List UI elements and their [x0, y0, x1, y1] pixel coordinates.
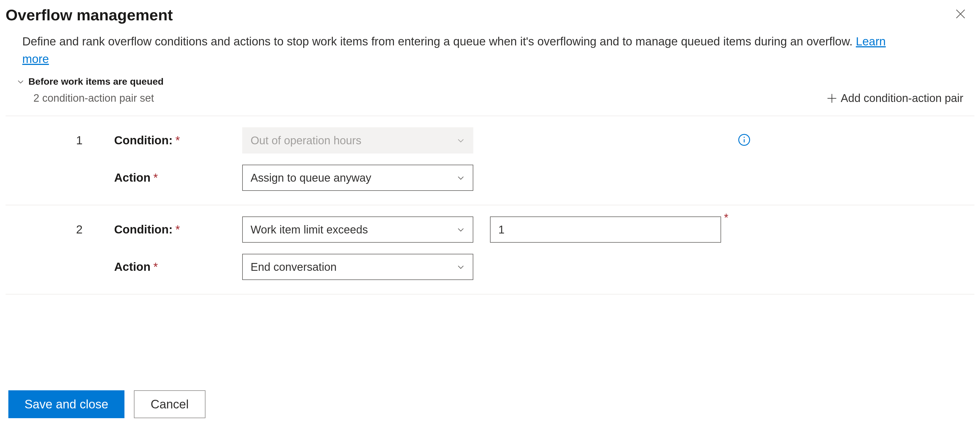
condition-value: Out of operation hours: [251, 134, 361, 147]
info-icon[interactable]: [738, 133, 751, 146]
action-row: Action* End conversation: [6, 254, 974, 294]
page-title: Overflow management: [6, 6, 173, 24]
section-title: Before work items are queued: [29, 76, 164, 87]
condition-value: Work item limit exceeds: [251, 224, 368, 236]
chevron-down-icon: [17, 78, 24, 86]
svg-point-6: [744, 137, 745, 138]
condition-action-pair: 1 Condition:* Out of operation hours: [6, 116, 974, 164]
condition-label: Condition:*: [114, 223, 226, 236]
pair-index: 1: [6, 134, 97, 147]
pair-index: 2: [6, 223, 97, 236]
condition-label: Condition:*: [114, 134, 226, 147]
required-indicator: *: [724, 211, 728, 224]
condition-dropdown[interactable]: Work item limit exceeds: [242, 216, 473, 243]
action-row: Action* Assign to queue anyway: [6, 164, 974, 205]
chevron-down-icon: [457, 225, 465, 234]
plus-icon: [827, 93, 837, 103]
action-label: Action*: [114, 171, 226, 184]
add-condition-action-pair-button[interactable]: Add condition-action pair: [827, 92, 963, 104]
cancel-button[interactable]: Cancel: [134, 390, 205, 418]
chevron-down-icon: [457, 263, 465, 271]
action-value: End conversation: [251, 261, 337, 273]
footer-actions: Save and close Cancel: [8, 390, 205, 418]
section-subtitle: 2 condition-action pair set: [33, 92, 154, 104]
page-description: Define and rank overflow conditions and …: [22, 33, 913, 68]
add-pair-label: Add condition-action pair: [841, 92, 963, 104]
limit-value-input[interactable]: [490, 216, 721, 243]
close-icon: [955, 8, 966, 19]
action-dropdown[interactable]: End conversation: [242, 254, 473, 280]
save-and-close-button[interactable]: Save and close: [8, 390, 124, 418]
divider: [6, 294, 974, 294]
action-value: Assign to queue anyway: [251, 172, 371, 184]
close-button[interactable]: [955, 6, 974, 21]
chevron-down-icon: [457, 174, 465, 182]
condition-dropdown: Out of operation hours: [242, 127, 473, 153]
chevron-down-icon: [457, 136, 465, 145]
condition-action-pair: 2 Condition:* Work item limit exceeds *: [6, 205, 974, 254]
action-dropdown[interactable]: Assign to queue anyway: [242, 164, 473, 191]
section-header[interactable]: Before work items are queued: [17, 76, 974, 87]
action-label: Action*: [114, 260, 226, 273]
